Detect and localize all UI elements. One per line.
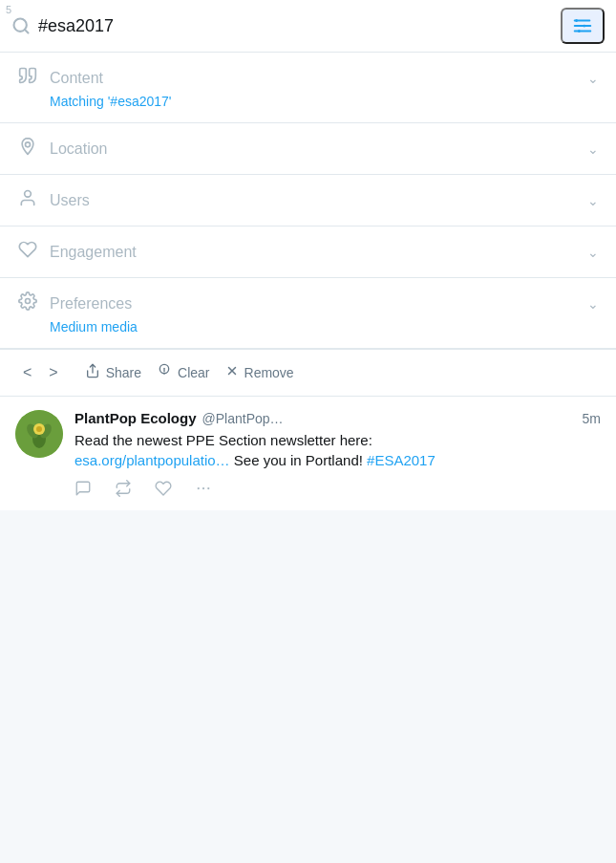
engagement-label: Engagement (50, 244, 137, 261)
prev-button[interactable]: < (15, 360, 39, 385)
engagement-icon (17, 240, 38, 264)
preferences-chevron: ⌄ (587, 296, 599, 312)
filter-button[interactable] (561, 8, 605, 44)
location-icon (17, 137, 38, 161)
location-label: Location (50, 140, 108, 158)
top-bar: 5 (0, 0, 616, 53)
svg-point-13 (26, 299, 31, 304)
users-icon (17, 188, 38, 212)
tweet-actions (74, 480, 601, 497)
svg-point-11 (26, 142, 31, 147)
tweet-handle: @PlantPop… (202, 411, 284, 426)
engagement-section: Engagement ⌄ (0, 227, 616, 278)
bottom-toolbar: < > Share Clear (0, 349, 616, 397)
preferences-section-header[interactable]: Preferences ⌄ (17, 291, 599, 315)
tweet-link[interactable]: esa.org/plantpopulatio… (74, 452, 230, 468)
content-label: Content (50, 70, 103, 87)
remove-icon (225, 364, 239, 381)
users-chevron: ⌄ (587, 193, 599, 208)
search-input[interactable] (38, 16, 553, 36)
content-sublabel: Matching '#esa2017' (17, 94, 599, 109)
users-label: Users (50, 192, 90, 209)
reply-button[interactable] (74, 480, 92, 497)
tweet-hashtag[interactable]: #ESA2017 (367, 452, 435, 468)
search-icon (11, 16, 31, 35)
preferences-label: Preferences (50, 295, 132, 313)
preferences-sublabel: Medium media (17, 319, 599, 334)
tweet-time: 5m (583, 411, 601, 426)
location-section: Location ⌄ (0, 123, 616, 175)
svg-line-1 (25, 30, 29, 33)
clear-button[interactable]: Clear (149, 359, 217, 386)
users-section-header[interactable]: Users ⌄ (17, 188, 599, 212)
svg-point-26 (207, 487, 209, 489)
tweet: PlantPop Ecology @PlantPop… 5m Read the … (15, 410, 601, 497)
avatar (15, 410, 63, 458)
share-label: Share (106, 365, 141, 380)
content-section: Content ⌄ Matching '#esa2017' (0, 53, 616, 123)
preferences-section: Preferences ⌄ Medium media (0, 278, 616, 349)
nav-buttons: < > (15, 360, 66, 385)
remove-label: Remove (244, 365, 294, 380)
location-chevron: ⌄ (587, 141, 599, 157)
preferences-icon (17, 291, 38, 315)
users-section: Users ⌄ (0, 175, 616, 227)
svg-point-25 (202, 487, 204, 489)
content-chevron: ⌄ (587, 71, 599, 86)
clear-label: Clear (178, 365, 209, 380)
location-section-header[interactable]: Location ⌄ (17, 137, 599, 161)
tweet-body: PlantPop Ecology @PlantPop… 5m Read the … (74, 410, 601, 497)
tab-number: 5 (6, 4, 11, 15)
svg-point-23 (36, 426, 42, 432)
share-button[interactable]: Share (77, 359, 149, 386)
retweet-button[interactable] (115, 480, 132, 497)
tweet-area: PlantPop Ecology @PlantPop… 5m Read the … (0, 397, 616, 510)
tweet-text: Read the newest PPE Section newsletter h… (74, 430, 601, 470)
tweet-header: PlantPop Ecology @PlantPop… 5m (74, 410, 601, 426)
share-icon (85, 363, 100, 382)
clear-icon (157, 363, 172, 382)
content-section-header[interactable]: Content ⌄ (17, 66, 599, 90)
engagement-chevron: ⌄ (587, 245, 599, 260)
svg-point-24 (198, 487, 200, 489)
like-button[interactable] (155, 480, 172, 497)
remove-button[interactable]: Remove (218, 360, 302, 385)
quote-icon (17, 66, 38, 90)
more-button[interactable] (195, 480, 212, 497)
svg-point-12 (25, 191, 32, 198)
next-button[interactable]: > (41, 360, 65, 385)
tweet-name: PlantPop Ecology (74, 410, 197, 426)
engagement-section-header[interactable]: Engagement ⌄ (17, 240, 599, 264)
svg-point-15 (164, 373, 165, 374)
